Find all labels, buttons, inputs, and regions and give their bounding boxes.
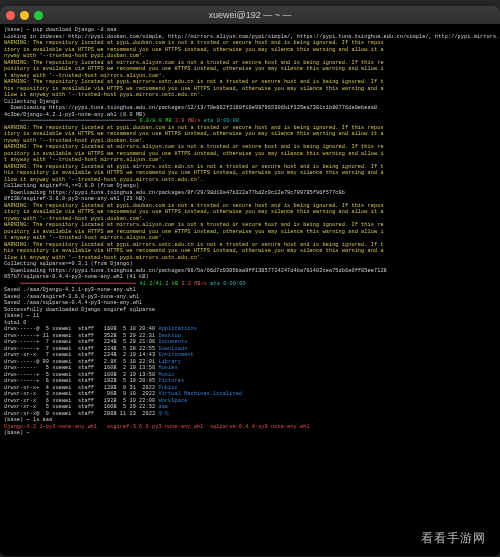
download-line: 8f238/asgiref-3.6.0-py3-none-any.whl (23… bbox=[4, 196, 146, 202]
progress-speed: 3.2 MB/s bbox=[181, 281, 207, 287]
warning-line: WARNING: The repository located at pypi.… bbox=[4, 164, 384, 170]
titlebar[interactable]: xuewei@192 — ~ — bbox=[0, 6, 500, 24]
warning-line: t anyway with '--trusted-host mirrors.al… bbox=[4, 235, 165, 241]
progress-eta: eta 0:00:00 bbox=[204, 118, 239, 124]
prompt: (base) ~ bbox=[4, 27, 33, 33]
warning-line: llow it anyway with '--trusted-host pypi… bbox=[4, 177, 203, 183]
prompt: (base) ~ bbox=[4, 430, 33, 436]
success-line: Successfully downloaded Django asgiref s… bbox=[4, 307, 155, 313]
warning-line: his repository is available via HTTPS we… bbox=[4, 248, 384, 254]
download-line: 4c3be/Django-4.2.1-py3-none-any.whl (8.0… bbox=[4, 112, 146, 118]
warning-line: WARNING: The repository located at pypi.… bbox=[4, 203, 384, 209]
minimize-icon[interactable] bbox=[20, 11, 29, 20]
ls-output: drwx------@ 5 xuewei staff 160B 5 18 20:… bbox=[4, 326, 496, 417]
warning-line: his repository is available via HTTPS we… bbox=[4, 170, 384, 176]
warning-line: WARNING: The repository located at pypi.… bbox=[4, 40, 384, 46]
prompt: (base) ~ ll bbox=[4, 313, 39, 319]
warning-line: WARNING: The repository located at mirro… bbox=[4, 222, 384, 228]
looking-line: Looking in indexes: http://pypi.douban.c… bbox=[4, 34, 500, 40]
warning-line: t anyway with '--trusted-host mirrors.al… bbox=[4, 73, 165, 79]
progress-ratio: 0.0/8.0 MB bbox=[140, 118, 172, 124]
collecting: Collecting asgiref<4,>=3.6.0 (from Djang… bbox=[4, 183, 139, 189]
saved-line: Saved ./aaa/Django-4.2.1-py3-none-any.wh… bbox=[4, 287, 136, 293]
warning-line: WARNING: The repository located at mirro… bbox=[4, 60, 384, 66]
warning-line: itory is available via HTTPS we recommen… bbox=[4, 209, 384, 215]
prompt: (base) ~ ls aaa bbox=[4, 417, 52, 423]
warning-line: llow it anyway with '--trusted-host pypi… bbox=[4, 255, 203, 261]
warning-line: WARNING: The repository located at pypi.… bbox=[4, 79, 384, 85]
traffic-lights bbox=[6, 11, 43, 20]
warning-line: pository is available via HTTPS we recom… bbox=[4, 151, 384, 157]
download-line: 957b7/sqlparse-0.4.4-py3-none-any.whl (4… bbox=[4, 274, 149, 280]
warning-line: nyway with '--trusted-host pypi.douban.c… bbox=[4, 216, 146, 222]
window-title: xuewei@192 — ~ — bbox=[0, 10, 500, 20]
warning-line: WARNING: The repository located at mirro… bbox=[4, 144, 384, 150]
warning-line: WARNING: The repository located at pypi.… bbox=[4, 125, 384, 131]
warning-line: itory is available via HTTPS we recommen… bbox=[4, 47, 384, 53]
close-icon[interactable] bbox=[6, 11, 15, 20]
download-line: Downloading https://pypi.tuna.tsinghua.e… bbox=[4, 268, 387, 274]
warning-line: his repository is available via HTTPS we… bbox=[4, 86, 384, 92]
warning-line: nyway with '--trusted-host pypi.douban.c… bbox=[4, 53, 146, 59]
zoom-icon[interactable] bbox=[34, 11, 43, 20]
progress-speed: 2.9 MB/s bbox=[175, 118, 201, 124]
command: pip download Django -d aaa bbox=[33, 27, 117, 33]
terminal-window: xuewei@192 — ~ — (base) ~ pip download D… bbox=[0, 6, 500, 556]
terminal-body[interactable]: (base) ~ pip download Django -d aaa Look… bbox=[0, 24, 500, 556]
warning-line: WARNING: The repository located at pypi.… bbox=[4, 242, 384, 248]
saved-line: Saved ./aaa/asgiref-3.6.0-py3-none-any.w… bbox=[4, 294, 139, 300]
warning-line: nyway with '--trusted-host pypi.douban.c… bbox=[4, 138, 146, 144]
warning-line: pository is available via HTTPS we recom… bbox=[4, 229, 384, 235]
collecting: Collecting sqlparse>=0.3.1 (from Django) bbox=[4, 261, 133, 267]
total-line: total 0 bbox=[4, 320, 27, 326]
warning-line: itory is available via HTTPS we recommen… bbox=[4, 131, 384, 137]
ls-aaa-output: Django-4.2.1-py3-none-any.whl asgiref-3.… bbox=[4, 424, 310, 430]
warning-line: t anyway with '--trusted-host mirrors.al… bbox=[4, 157, 165, 163]
download-line: Downloading https://pypi.tuna.tsinghua.e… bbox=[4, 105, 377, 111]
warning-line: llow it anyway with '--trusted-host pypi… bbox=[4, 92, 203, 98]
saved-line: Saved ./aaa/sqlparse-0.4.4-py3-none-any.… bbox=[4, 300, 142, 306]
download-line: Downloading https://pypi.tuna.tsinghua.e… bbox=[4, 190, 345, 196]
progress-eta: eta 0:00:00 bbox=[210, 281, 245, 287]
progress-ratio: 41.2/41.2 kB bbox=[140, 281, 179, 287]
warning-line: pository is available via HTTPS we recom… bbox=[4, 66, 384, 72]
collecting: Collecting Django bbox=[4, 99, 59, 105]
